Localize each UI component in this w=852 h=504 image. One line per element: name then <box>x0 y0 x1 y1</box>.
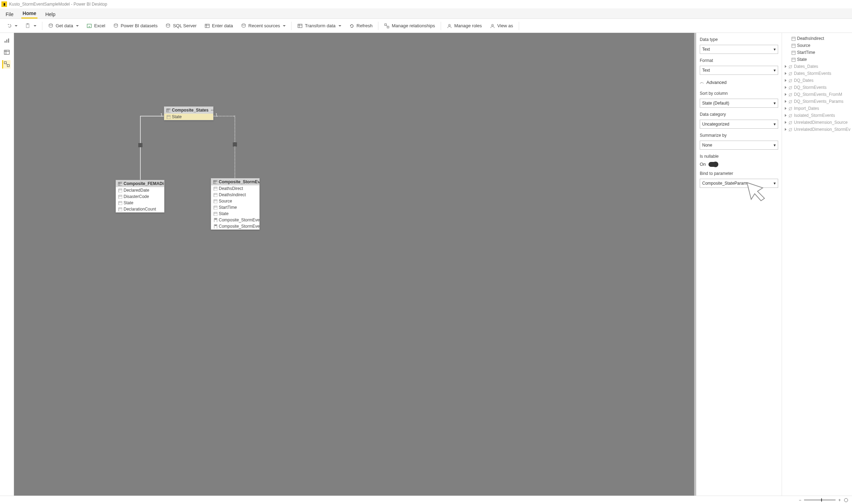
column-icon <box>791 43 796 48</box>
report-view-button[interactable] <box>3 36 11 45</box>
table-column[interactable]: State <box>116 200 164 206</box>
table-column[interactable]: StartTime <box>211 204 259 211</box>
svg-text:x: x <box>89 25 90 28</box>
table-column[interactable]: State <box>211 211 259 217</box>
column-name: Source <box>219 199 232 204</box>
table-column[interactable]: Composite_StormEventsC... <box>211 217 259 223</box>
menu-home[interactable]: Home <box>21 8 38 19</box>
button-label: Manage roles <box>454 23 482 28</box>
field-table[interactable]: UnrelatedDimension_StormEvents <box>783 126 851 133</box>
field-table[interactable]: Dates_StormEvents <box>783 70 851 77</box>
table-column[interactable]: DeathsDirect <box>211 185 259 192</box>
field-column[interactable]: StartTime <box>783 49 851 56</box>
recent-icon <box>241 23 246 29</box>
table-column[interactable]: DisasterCode <box>116 193 164 200</box>
hidden-icon <box>788 71 792 76</box>
hidden-icon <box>788 99 792 104</box>
filter-direction-icon <box>138 143 142 147</box>
field-table[interactable]: UnrelatedDimension_Source <box>783 119 851 126</box>
zoom-out-button[interactable]: − <box>799 498 801 503</box>
menubar: FileHomeHelp <box>0 8 852 19</box>
chevron-down-icon <box>283 25 286 27</box>
bind-param-select[interactable]: Composite_StateParam ▾ <box>700 179 778 188</box>
model-table-composite_stormev[interactable]: Composite_StormEv...⋯DeathsDirectDeathsI… <box>211 178 260 230</box>
table-header[interactable]: Composite_StormEv...⋯ <box>211 178 259 185</box>
menu-help[interactable]: Help <box>44 9 57 19</box>
transform-icon <box>297 23 303 29</box>
manage-roles-button[interactable]: Manage roles <box>443 20 486 31</box>
refresh-button[interactable]: Refresh <box>345 20 376 31</box>
select-value: Text <box>702 47 710 52</box>
data-category-select[interactable]: Uncategorized ▾ <box>700 120 778 129</box>
expand-icon <box>785 100 787 103</box>
model-table-composite_states[interactable]: Composite_States⋯State <box>164 106 214 120</box>
transform-data-button[interactable]: Transform data <box>294 20 345 31</box>
field-table[interactable]: DQ_Dates <box>783 77 851 84</box>
table-column[interactable]: State <box>164 114 213 120</box>
field-name: StartTime <box>797 50 815 55</box>
excel-button[interactable]: x Excel <box>83 20 109 31</box>
model-canvas[interactable]: 1 1 Composite_States⋯StateComposite_FEMA… <box>14 33 696 496</box>
undo-button[interactable] <box>3 20 21 31</box>
sql-icon <box>165 23 171 29</box>
field-table[interactable]: DQ_StormEvents_FromM <box>783 91 851 98</box>
chevron-down-icon <box>34 25 36 27</box>
advanced-section-toggle[interactable]: ︿ Advanced <box>700 78 778 87</box>
field-column[interactable]: Source <box>783 42 851 49</box>
button-label: Power BI datasets <box>121 23 158 28</box>
view-as-button[interactable]: View as <box>486 20 517 31</box>
field-table[interactable]: DQ_StormEvents <box>783 84 851 91</box>
sql-server-button[interactable]: SQL Server <box>162 20 200 31</box>
summarize-select[interactable]: None ▾ <box>700 141 778 150</box>
table-column[interactable]: Source <box>211 198 259 204</box>
data-view-button[interactable] <box>3 48 11 57</box>
select-value: None <box>702 143 712 148</box>
table-icon <box>166 108 170 112</box>
field-table[interactable]: Isolated_StormEvents <box>783 112 851 119</box>
table-column[interactable]: Composite_StormEventsC... <box>211 223 259 229</box>
data-type-select[interactable]: Text ▾ <box>700 45 778 54</box>
field-table[interactable]: Import_Dates <box>783 105 851 112</box>
field-table[interactable]: DQ_StormEvents_Params <box>783 98 851 105</box>
table-column[interactable]: DeclarationCount <box>116 206 164 212</box>
column-name: State <box>219 211 229 216</box>
menu-file[interactable]: File <box>4 9 15 19</box>
table-column[interactable]: DeathsIndirect <box>211 192 259 198</box>
expand-icon <box>785 86 787 89</box>
field-name: DQ_StormEvents_Params <box>794 99 843 104</box>
sort-by-select[interactable]: State (Default) ▾ <box>700 99 778 108</box>
model-view-button[interactable] <box>2 60 11 69</box>
column-icon <box>791 50 796 55</box>
nullable-toggle[interactable]: On <box>700 162 778 167</box>
field-column[interactable]: State <box>783 56 851 63</box>
expand-icon <box>785 79 787 82</box>
fit-to-page-button[interactable] <box>844 498 848 503</box>
select-value: State (Default) <box>702 101 729 106</box>
table-column[interactable]: DeclaredDate <box>116 187 164 193</box>
zoom-in-button[interactable]: + <box>838 498 841 503</box>
enter-data-button[interactable]: Enter data <box>201 20 237 31</box>
field-column[interactable]: DeathsIndirect <box>783 35 851 42</box>
format-label: Format <box>700 58 778 63</box>
table-header[interactable]: Composite_FEMADis...⋯ <box>116 180 164 187</box>
zoom-slider[interactable] <box>804 499 836 501</box>
pbi-datasets-button[interactable]: Power BI datasets <box>110 20 161 31</box>
format-select[interactable]: Text ▾ <box>700 66 778 75</box>
data-type-label: Data type <box>700 37 778 42</box>
paste-button[interactable] <box>22 20 40 31</box>
column-name: Composite_StormEventsC... <box>219 224 259 229</box>
recent-sources-button[interactable]: Recent sources <box>237 20 289 31</box>
hidden-icon <box>788 106 792 111</box>
expand-icon <box>785 121 787 124</box>
hidden-icon <box>788 127 792 132</box>
table-menu-button[interactable]: ⋯ <box>210 108 213 113</box>
button-label: Refresh <box>357 23 373 28</box>
table-header[interactable]: Composite_States⋯ <box>164 107 213 114</box>
get-data-button[interactable]: Get data <box>44 20 82 31</box>
model-table-composite_femadis[interactable]: Composite_FEMADis...⋯DeclaredDateDisaste… <box>116 180 165 213</box>
expand-icon <box>785 72 787 75</box>
column-name: State <box>172 114 182 119</box>
field-table[interactable]: Dates_Dates <box>783 63 851 70</box>
clipboard-icon <box>25 23 31 29</box>
manage-relationships-button[interactable]: Manage relationships <box>380 20 439 31</box>
